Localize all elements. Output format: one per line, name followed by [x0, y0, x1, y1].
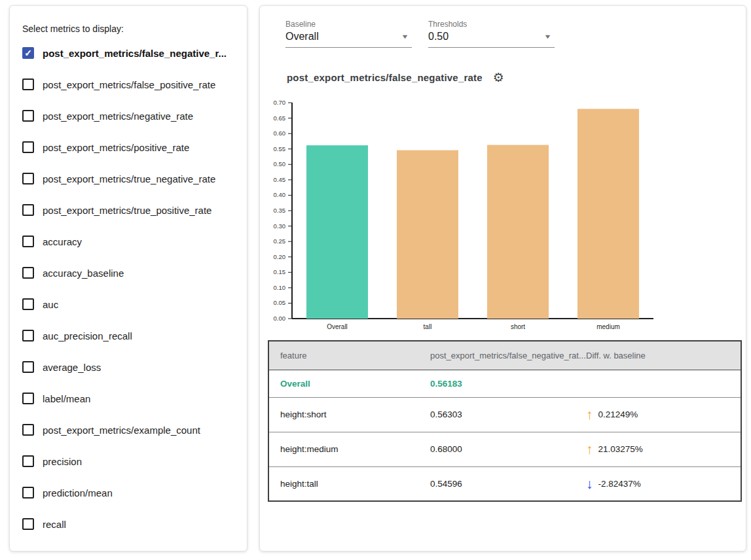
metric-checkbox-item[interactable]: label/mean — [10, 383, 247, 414]
checkbox-unchecked-icon[interactable] — [22, 110, 34, 122]
metric-checkbox-item[interactable]: post_export_metrics/false_positive_rate — [10, 69, 247, 100]
checkbox-unchecked-icon[interactable] — [22, 361, 34, 373]
bar-chart: 0.000.050.100.150.200.250.300.350.400.45… — [260, 97, 747, 340]
arrow-up-icon: ↑ — [586, 408, 593, 421]
metric-label: prediction/mean — [43, 487, 113, 499]
diff-cell: ↑21.03275% — [586, 442, 741, 456]
bar-overall[interactable] — [306, 145, 368, 319]
checkbox-unchecked-icon[interactable] — [22, 487, 34, 499]
checkbox-unchecked-icon[interactable] — [22, 298, 34, 310]
metric-checkbox-item[interactable]: accuracy — [10, 226, 247, 257]
checkbox-unchecked-icon[interactable] — [22, 141, 34, 153]
baseline-select[interactable]: Baseline Overall ▼ — [285, 20, 412, 48]
y-tick-label: 0.35 — [274, 207, 286, 214]
diff-value: -2.82437% — [598, 479, 641, 489]
metric-checkbox-item[interactable]: post_export_metrics/example_count — [10, 414, 247, 446]
metric-checkbox-item[interactable]: auc — [10, 289, 247, 320]
thresholds-select[interactable]: Thresholds 0.50 ▼ — [428, 20, 555, 48]
metric-label: post_export_metrics/positive_rate — [43, 142, 189, 153]
gear-icon[interactable]: ⚙ — [493, 71, 504, 84]
table-header-feature: feature — [268, 341, 419, 370]
metric-checkbox-item[interactable]: post_export_metrics/negative_rate — [10, 100, 247, 131]
metric-checkbox-item[interactable]: post_export_metrics/true_negative_rate — [10, 163, 247, 194]
metric-checkbox-item[interactable]: average_loss — [10, 351, 247, 383]
metric-checkbox-item[interactable]: prediction/mean — [10, 477, 247, 508]
feature-cell: height:medium — [280, 444, 339, 454]
table-row[interactable]: height:short0.56303↑0.21249% — [268, 397, 741, 432]
y-tick-label: 0.05 — [274, 299, 286, 306]
y-tick-label: 0.45 — [274, 176, 286, 183]
table-header-row: feature post_export_metrics/false_negati… — [268, 341, 741, 370]
arrow-up-icon: ↑ — [586, 442, 593, 456]
table-row[interactable]: Overall0.56183 — [268, 370, 741, 397]
bar-short[interactable] — [487, 145, 549, 319]
metric-checkbox-item[interactable]: post_export_metrics/true_positive_rate — [10, 194, 247, 226]
metric-checkbox-item[interactable]: recall — [10, 508, 247, 540]
metric-checkbox-item[interactable]: ✓post_export_metrics/false_negative_r... — [10, 37, 247, 69]
feature-cell: height:tall — [280, 479, 318, 489]
diff-value: 21.03275% — [598, 444, 643, 454]
metric-label: post_export_metrics/false_positive_rate — [43, 79, 215, 90]
checkbox-unchecked-icon[interactable] — [22, 204, 34, 216]
metric-value-cell: 0.56183 — [430, 379, 462, 389]
metric-label: recall — [43, 519, 66, 530]
checkbox-unchecked-icon[interactable] — [22, 236, 34, 247]
y-tick-label: 0.65 — [274, 114, 286, 122]
checkbox-unchecked-icon[interactable] — [22, 79, 34, 90]
metric-checkbox-item[interactable]: auc_precision_recall — [10, 320, 247, 351]
thresholds-label: Thresholds — [428, 20, 555, 29]
y-tick-label: 0.70 — [274, 99, 286, 106]
thresholds-value: 0.50 — [428, 31, 449, 43]
metric-list: ✓post_export_metrics/false_negative_r...… — [10, 37, 247, 540]
table-header-metric: post_export_metrics/false_negative_rat..… — [419, 341, 575, 370]
checkbox-unchecked-icon[interactable] — [22, 267, 34, 279]
metric-value-cell: 0.56303 — [430, 410, 462, 419]
diff-value: 0.21249% — [598, 410, 638, 419]
controls-bar: Baseline Overall ▼ Thresholds 0.50 ▼ — [285, 20, 571, 48]
metric-label: label/mean — [43, 393, 90, 404]
checkbox-unchecked-icon[interactable] — [22, 455, 34, 467]
metric-label: accuracy_baseline — [43, 268, 124, 279]
y-tick-label: 0.10 — [274, 284, 286, 291]
fairness-indicators-page: Select metrics to display: ✓post_export_… — [0, 0, 751, 560]
checkbox-unchecked-icon[interactable] — [22, 393, 34, 404]
metric-value-cell: 0.68000 — [430, 444, 462, 454]
y-tick-label: 0.55 — [274, 145, 286, 152]
metric-label: auc — [43, 299, 58, 310]
metric-checkbox-item[interactable]: post_export_metrics/positive_rate — [10, 131, 247, 163]
table-row[interactable]: height:medium0.68000↑21.03275% — [268, 432, 741, 466]
results-panel: Baseline Overall ▼ Thresholds 0.50 ▼ pos… — [259, 5, 746, 551]
metric-checkbox-item[interactable]: precision — [10, 446, 247, 477]
bar-medium[interactable] — [577, 109, 639, 319]
metrics-table: feature post_export_metrics/false_negati… — [268, 340, 742, 502]
checkbox-unchecked-icon[interactable] — [22, 518, 34, 530]
arrow-down-icon: ↓ — [586, 477, 593, 491]
checkbox-unchecked-icon[interactable] — [22, 330, 34, 341]
feature-cell: Overall — [280, 379, 310, 389]
table-header-diff: Diff. w. baseline — [575, 341, 741, 370]
diff-cell: ↑0.21249% — [586, 408, 741, 421]
metric-checkbox-item[interactable]: accuracy_baseline — [10, 257, 247, 289]
bar-tall[interactable] — [397, 150, 458, 319]
y-tick-label: 0.20 — [274, 253, 286, 260]
metric-label: post_export_metrics/example_count — [43, 425, 200, 436]
table-row[interactable]: height:tall0.54596↓-2.82437% — [268, 466, 741, 501]
check-icon: ✓ — [24, 48, 32, 58]
metric-selector-panel: Select metrics to display: ✓post_export_… — [9, 5, 247, 551]
chart-header: post_export_metrics/false_negative_rate … — [287, 71, 504, 84]
baseline-value: Overall — [285, 31, 319, 43]
metric-label: accuracy — [43, 236, 82, 247]
metric-label: precision — [43, 456, 82, 467]
checkbox-unchecked-icon[interactable] — [22, 173, 34, 184]
checkbox-unchecked-icon[interactable] — [22, 424, 34, 436]
bar-chart-svg: 0.000.050.100.150.200.250.300.350.400.45… — [260, 97, 747, 340]
checkbox-checked-icon[interactable]: ✓ — [22, 47, 34, 59]
x-category-label: medium — [596, 323, 620, 330]
feature-cell: height:short — [280, 410, 327, 419]
chart-title: post_export_metrics/false_negative_rate — [287, 72, 483, 83]
y-tick-label: 0.15 — [274, 268, 286, 275]
metric-label: post_export_metrics/negative_rate — [43, 111, 193, 122]
diff-cell: ↓-2.82437% — [586, 477, 741, 491]
chevron-down-icon: ▼ — [401, 33, 409, 40]
metric-label: post_export_metrics/true_negative_rate — [43, 173, 215, 184]
